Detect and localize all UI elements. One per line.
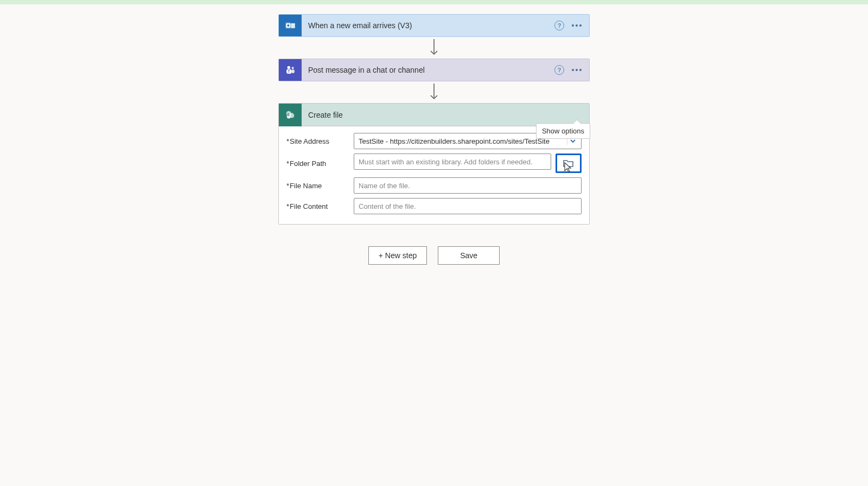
help-icon[interactable]: ?	[554, 65, 564, 75]
outlook-icon	[279, 14, 302, 37]
show-options-tooltip[interactable]: Show options	[536, 123, 590, 139]
step-card-email-trigger[interactable]: When a new email arrives (V3) ?	[278, 14, 590, 37]
more-options-icon[interactable]	[572, 69, 582, 71]
teams-icon: T	[279, 59, 302, 81]
more-options-icon[interactable]	[572, 24, 582, 27]
field-label: *Folder Path	[286, 159, 354, 168]
svg-text:S: S	[287, 112, 290, 117]
folder-picker-button[interactable]	[556, 154, 582, 173]
flow-canvas: When a new email arrives (V3) ? T Post m…	[0, 4, 868, 265]
site-address-value: TestSite - https://citizenbuilders.share…	[359, 137, 565, 145]
connector-arrow	[429, 81, 439, 103]
field-label: *Site Address	[286, 137, 354, 145]
field-label: *File Name	[286, 182, 354, 190]
step-card-create-file-expanded: S Create file Show options *Site Address…	[278, 103, 590, 225]
file-name-input[interactable]: Name of the file.	[354, 177, 582, 194]
step-title: Post message in a chat or channel	[302, 66, 554, 74]
folder-path-input[interactable]: Must start with an existing library. Add…	[354, 154, 551, 170]
field-row-file-name: *File Name Name of the file.	[286, 177, 582, 194]
folder-icon	[562, 158, 575, 169]
field-label: *File Content	[286, 202, 354, 210]
field-row-file-content: *File Content Content of the file.	[286, 198, 582, 214]
svg-point-2	[287, 24, 289, 27]
svg-rect-7	[292, 70, 295, 73]
step-title: When a new email arrives (V3)	[302, 21, 554, 30]
top-notification-strip	[0, 0, 868, 4]
sharepoint-icon: S	[279, 104, 302, 126]
field-row-folder-path: *Folder Path Must start with an existing…	[286, 154, 582, 173]
step-card-teams-post[interactable]: T Post message in a chat or channel ?	[278, 59, 590, 81]
step-form: *Site Address TestSite - https://citizen…	[279, 126, 589, 224]
svg-point-4	[288, 66, 291, 69]
new-step-button[interactable]: + New step	[368, 246, 427, 265]
file-content-input[interactable]: Content of the file.	[354, 198, 582, 214]
svg-point-5	[292, 67, 294, 69]
save-button[interactable]: Save	[438, 246, 500, 265]
connector-arrow	[429, 37, 439, 59]
action-buttons: + New step Save	[368, 246, 500, 265]
help-icon[interactable]: ?	[554, 21, 564, 30]
step-title: Create file	[302, 111, 589, 119]
svg-text:T: T	[288, 69, 290, 73]
